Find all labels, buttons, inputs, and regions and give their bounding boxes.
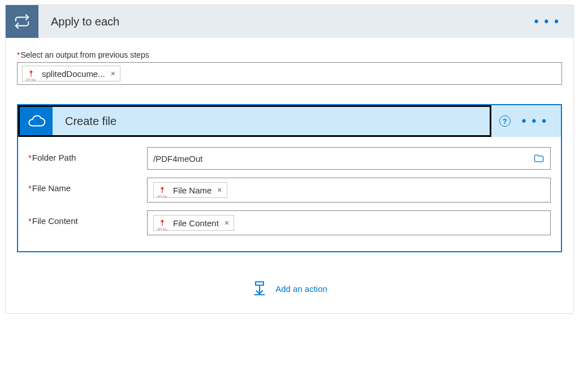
apply-to-each-menu-button[interactable]: • • • <box>531 19 563 24</box>
output-token-label: splitedDocume... <box>42 69 105 79</box>
file-content-token-label: File Content <box>173 218 219 228</box>
create-file-card: Create file ? • • • *Folder Path /PDF4me… <box>17 104 562 252</box>
insert-step-icon <box>252 281 267 296</box>
apply-to-each-title: Apply to each <box>38 15 531 28</box>
folder-path-input[interactable]: /PDF4meOut <box>147 147 551 170</box>
api-key-icon: API Key <box>156 184 168 196</box>
apply-to-each-card: Apply to each • • • *Select an output fr… <box>5 5 574 314</box>
create-file-title: Create file <box>53 115 490 128</box>
file-content-row: *File Content API Key F <box>28 210 551 235</box>
file-name-input[interactable]: API Key File Name × <box>147 178 551 203</box>
create-file-header[interactable]: Create file ? • • • <box>18 105 561 137</box>
output-token-remove[interactable]: × <box>110 69 116 78</box>
apply-to-each-body: *Select an output from previous steps AP… <box>6 38 573 313</box>
svg-rect-0 <box>256 282 263 285</box>
folder-path-label: *Folder Path <box>28 147 147 162</box>
create-file-body: *Folder Path /PDF4meOut <box>18 137 561 251</box>
file-name-row: *File Name API Key File <box>28 178 551 203</box>
loop-icon <box>6 5 38 38</box>
file-content-token-remove[interactable]: × <box>223 218 230 227</box>
folder-path-value: /PDF4meOut <box>153 154 533 163</box>
folder-picker-icon[interactable] <box>533 153 545 164</box>
file-name-label: *File Name <box>28 178 147 193</box>
help-icon[interactable]: ? <box>499 115 511 127</box>
create-file-menu-button[interactable]: • • • <box>518 118 551 124</box>
select-output-label: *Select an output from previous steps <box>17 50 562 59</box>
folder-path-row: *Folder Path /PDF4meOut <box>28 147 551 170</box>
add-action-button[interactable]: Add an action <box>17 281 562 296</box>
file-content-input[interactable]: API Key File Content × <box>147 210 551 235</box>
cloud-icon <box>20 107 53 135</box>
file-content-label: *File Content <box>28 210 147 226</box>
required-asterisk: * <box>17 50 20 59</box>
add-action-label: Add an action <box>275 284 327 294</box>
file-name-token-label: File Name <box>173 186 211 195</box>
file-name-token-remove[interactable]: × <box>216 186 223 195</box>
select-output-input[interactable]: API Key splitedDocume... × <box>17 62 562 85</box>
file-content-token[interactable]: API Key File Content × <box>153 215 234 231</box>
apply-to-each-header[interactable]: Apply to each • • • <box>6 5 573 38</box>
api-key-icon: API Key <box>25 67 37 80</box>
output-token[interactable]: API Key splitedDocume... × <box>22 66 120 81</box>
file-name-token[interactable]: API Key File Name × <box>153 182 227 198</box>
api-key-icon: API Key <box>156 217 168 229</box>
